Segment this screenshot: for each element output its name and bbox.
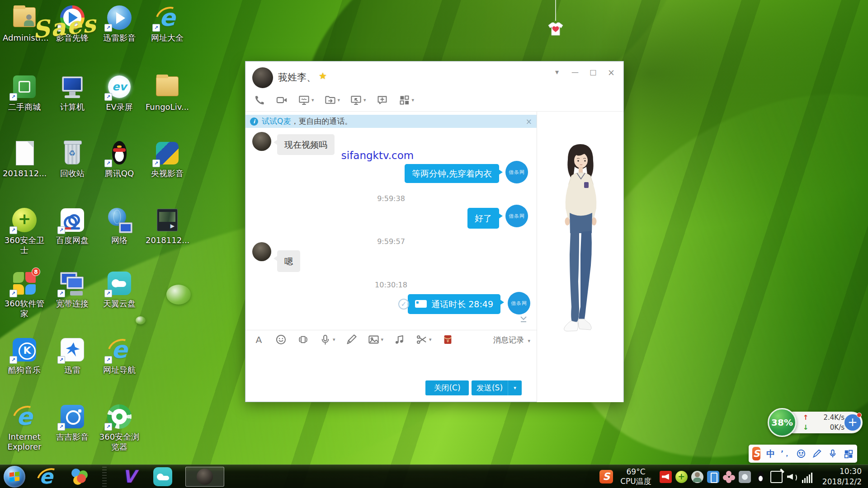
send-options-caret[interactable]: ▾ — [508, 380, 522, 395]
desktop-icon-document[interactable]: 2018112... — [3, 140, 46, 178]
desktop-icon-broadband[interactable]: ↗宽带连接 — [51, 270, 94, 309]
ime-mic-icon[interactable] — [828, 449, 838, 459]
desktop-icon-ie[interactable]: eInternet Explorer — [3, 404, 46, 451]
chat-avatar-thumb — [197, 469, 213, 485]
tray-network-signal-icon[interactable] — [802, 471, 814, 483]
taskbar-clock[interactable]: 10:30 2018/12/2 — [822, 466, 862, 487]
self-avatar[interactable]: 借条网 — [505, 205, 528, 227]
send-image-icon[interactable]: ▾ — [365, 333, 387, 347]
tray-flower-icon[interactable] — [723, 471, 735, 483]
send-file-icon[interactable]: ▾ — [321, 93, 343, 107]
peer-avatar[interactable] — [252, 132, 271, 151]
ime-punctuation-toggle[interactable]: ’， — [781, 447, 790, 460]
tray-mobile-icon[interactable] — [707, 471, 719, 483]
tray-screen-capture-icon[interactable] — [739, 471, 751, 483]
screenshot-icon[interactable]: ▾ — [413, 333, 434, 347]
desktop-icon-ie[interactable]: e↗网址大全 — [146, 5, 189, 43]
tray-volume-icon[interactable] — [786, 471, 798, 483]
shortcut-arrow-icon: ↗ — [104, 356, 112, 364]
remote-assist-icon[interactable]: ▾ — [347, 93, 369, 107]
desktop-icon-ie[interactable]: e↗网址导航 — [98, 337, 141, 375]
close-chat-button[interactable]: 关闭(C) — [425, 380, 469, 395]
tray-plugin-board-icon[interactable] — [770, 471, 783, 483]
screen-share-icon[interactable]: ▾ — [295, 93, 317, 107]
ie-icon: e — [11, 404, 38, 430]
voice-call-icon[interactable] — [251, 93, 269, 107]
window-menu-button[interactable]: ▾ — [551, 67, 563, 78]
watermark-link[interactable]: sifangktv.com — [245, 150, 537, 161]
ime-pen-icon[interactable] — [812, 449, 822, 459]
desktop-icon-recycle-bin[interactable]: 回收站 — [51, 140, 94, 178]
start-button[interactable] — [4, 466, 25, 488]
video-call-icon[interactable] — [273, 93, 291, 107]
desktop-icon-xunlei[interactable]: ↗迅雷 — [51, 337, 94, 375]
windows-logo-icon — [9, 472, 19, 482]
360-browser-icon: ↗ — [106, 404, 132, 430]
font-icon[interactable]: A — [250, 333, 268, 347]
desktop-icon-computer[interactable]: 计算机 — [51, 74, 94, 112]
memory-ball[interactable]: 38% — [768, 408, 797, 437]
net-speed-widget[interactable]: 38% ↑2.4K/s ↓0K/s + — [768, 408, 863, 437]
taskbar-active-chat-window[interactable] — [185, 467, 224, 487]
contact-name: 莪姓李、 — [278, 71, 316, 84]
self-avatar[interactable]: 借条网 — [505, 161, 528, 183]
desktop-icon-jiji[interactable]: ↗吉吉影音 — [51, 404, 94, 442]
taskbar-cloud-app-icon[interactable] — [152, 466, 174, 488]
timestamp: 9:59:38 — [245, 194, 537, 203]
tray-announcement-icon[interactable] — [660, 471, 672, 483]
desktop-icon-green-cube[interactable]: ↗二手商城 — [3, 74, 46, 112]
xunlei-icon: ↗ — [59, 337, 85, 363]
send-button[interactable]: 发送(S) — [472, 380, 508, 395]
tray-contact-icon[interactable] — [691, 471, 703, 483]
sogou-tray-icon[interactable]: S — [599, 470, 613, 483]
message-list: 现在视频吗sifangktv.com等两分钟,先穿着内衣借条网9:59:38好了… — [245, 112, 537, 402]
desktop-icon-blue-play[interactable]: ↗迅雷影音 — [98, 5, 141, 43]
peer-avatar[interactable] — [252, 242, 271, 261]
desktop-icon-ev[interactable]: ev↗EV录屏 — [98, 74, 141, 112]
taskbar-ie-icon[interactable]: e — [35, 466, 57, 488]
desktop-icon-360-soft[interactable]: ↗8360软件管 家 — [3, 270, 46, 318]
desktop-icon-label: 百度网盘 — [51, 235, 94, 245]
desktop-icon-video-file[interactable]: 2018112... — [146, 207, 189, 245]
ime-emoji-icon[interactable] — [796, 449, 806, 459]
shortcut-arrow-icon: ↗ — [57, 423, 65, 431]
emoji-icon[interactable] — [272, 333, 290, 347]
desktop-icon-tianyi-cloud[interactable]: ↗天翼云盘 — [98, 270, 141, 309]
minimize-button[interactable]: — — [569, 67, 581, 78]
apps-grid-icon[interactable]: ▾ — [396, 93, 417, 107]
tray-qq-icon[interactable] — [755, 471, 767, 483]
water-droplet — [166, 285, 191, 305]
folder-icon — [154, 74, 180, 100]
voice-message-icon[interactable]: ▾ — [316, 333, 338, 347]
desktop-icon-kugou[interactable]: ↗酷狗音乐 — [3, 337, 46, 375]
music-icon[interactable] — [391, 333, 408, 347]
taskbar-sogou-browser-icon[interactable] — [69, 466, 90, 488]
download-arrow-icon: ↓ — [803, 422, 809, 432]
close-button[interactable]: × — [605, 67, 617, 78]
red-packet-icon[interactable]: ¥ — [439, 333, 457, 347]
desktop-icon-360-ball[interactable]: ↗360安全卫 士 — [3, 207, 46, 255]
desktop-icon-cctv[interactable]: ↗央视影音 — [146, 140, 189, 178]
sogou-logo-icon[interactable]: S — [752, 447, 760, 460]
ime-mode-chinese[interactable]: 中 — [766, 447, 775, 460]
doodle-icon[interactable] — [343, 333, 360, 347]
contact-avatar[interactable] — [252, 67, 273, 88]
tray-360-safety-icon[interactable] — [675, 471, 688, 483]
ime-keyboard-icon[interactable] — [844, 449, 854, 459]
desktop-icon-360-browser[interactable]: ↗360安全浏 览器 — [98, 404, 141, 451]
document-icon — [11, 140, 38, 166]
shake-window-icon[interactable] — [294, 333, 312, 347]
desktop-icon-qq-penguin[interactable]: ↗腾讯QQ — [98, 140, 141, 178]
desktop-icon-label: 迅雷 — [51, 365, 94, 375]
create-group-icon[interactable] — [373, 93, 391, 107]
blue-play-icon: ↗ — [106, 5, 132, 31]
desktop-icon-network[interactable]: 网络 — [98, 207, 141, 245]
message-history-button[interactable]: 消息记录 ▾ — [493, 335, 530, 345]
taskbar-vagaa-icon[interactable]: V — [118, 466, 140, 488]
self-avatar[interactable]: 借条网 — [508, 292, 530, 314]
desktop-icon-baidu-pan[interactable]: ↗百度网盘 — [51, 207, 94, 245]
maximize-button[interactable]: □ — [587, 67, 599, 78]
desktop-icon-folder[interactable]: FungoLiv... — [146, 74, 189, 112]
scroll-to-bottom-icon[interactable] — [519, 316, 528, 324]
charm-string — [555, 0, 556, 21]
